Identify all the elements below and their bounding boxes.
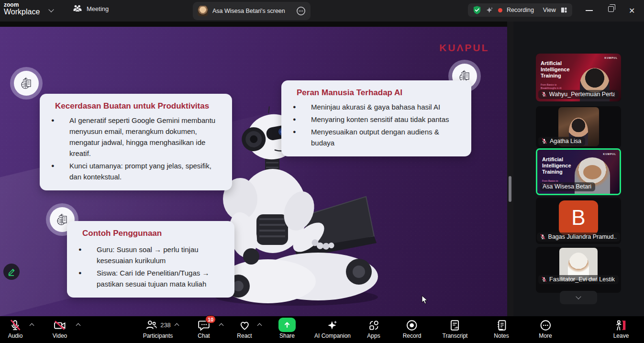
pencil-icon <box>7 267 16 277</box>
participant-initial-avatar: B <box>559 200 598 235</box>
annotate-button[interactable] <box>3 264 20 280</box>
zoom-workplace-logo: zoom Workplace <box>4 2 40 16</box>
transcript-label: Transcript <box>443 332 468 339</box>
slide-bullet: Guru: Susun soal → perlu tinjau kesesuai… <box>76 244 226 266</box>
participants-button[interactable]: 238 Participants <box>143 319 173 339</box>
view-layout-icon[interactable] <box>560 6 567 14</box>
more-ellipsis-icon <box>539 319 552 332</box>
ai-companion-icon <box>326 319 339 332</box>
tab-meeting[interactable]: Meeting <box>73 5 109 12</box>
share-button[interactable]: Share <box>278 319 296 339</box>
meeting-tab-label: Meeting <box>87 5 109 12</box>
close-window-button[interactable]: ✕ <box>629 6 635 15</box>
participant-tile[interactable]: B Bagas Juliandra Pramud... <box>536 198 621 244</box>
react-button[interactable]: React <box>237 319 252 339</box>
screen-sharer-avatar <box>198 6 208 16</box>
slide-bullet: Siswa: Cari Ide Penelitian/Tugas → pasti… <box>76 267 226 289</box>
tab-options-ellipsis-icon[interactable] <box>296 6 306 16</box>
tab-shared-screen[interactable]: Asa Wisesa Betari's screen <box>193 2 311 20</box>
share-label: Share <box>279 332 295 339</box>
video-off-icon <box>53 319 67 332</box>
more-label: More <box>539 332 552 339</box>
slide-scrollbar-track[interactable] <box>507 22 513 316</box>
participant-name: Asa Wisesa Betari <box>543 183 591 190</box>
chat-button[interactable]: 10 Chat <box>198 319 210 339</box>
participant-name-tag: Fasilitator_Evi dwi Lestik... <box>538 275 619 284</box>
participant-name-tag: Agatha Lisa <box>538 137 585 146</box>
more-button[interactable]: More <box>539 319 552 339</box>
participant-tile[interactable]: KUMPUL Artificial Intelligence Training … <box>536 54 621 101</box>
virtual-bg-title: Artificial Intelligence Training <box>542 156 579 175</box>
meeting-toolbar: Audio Video 238 Participants 10 Chat <box>0 316 644 343</box>
react-options-caret[interactable] <box>257 323 262 328</box>
slide-bullet: Menyesuaikan output dengan audiens & bud… <box>290 126 463 148</box>
slide-bullet: Menyaring konten sensitif atau tidak pan… <box>290 114 463 125</box>
slide-box-title: Contoh Penggunaan <box>76 229 226 238</box>
zoom-app-window: zoom Workplace Meeting Asa Wisesa Betari… <box>0 0 644 343</box>
title-bar: zoom Workplace Meeting Asa Wisesa Betari… <box>0 0 644 22</box>
share-screen-icon <box>278 318 296 332</box>
participant-name: Wahyu_Pertemuan Perta... <box>549 91 615 98</box>
audio-options-caret[interactable] <box>30 323 34 328</box>
participant-name-tag: Wahyu_Pertemuan Perta... <box>538 90 619 99</box>
slide-box-title: Peran Manusia Terhadap AI <box>290 88 463 98</box>
heart-icon <box>238 319 251 332</box>
virtual-bg-subtitle: From Basics to Breakthroughs in AI <box>541 83 571 90</box>
video-button[interactable]: Video <box>53 319 67 339</box>
participants-icon <box>145 319 157 332</box>
apps-icon <box>367 319 380 332</box>
notes-button[interactable]: Notes <box>494 319 509 339</box>
notes-label: Notes <box>494 332 509 339</box>
chat-unread-badge: 10 <box>205 315 216 323</box>
slide-bullet: Kunci utamanya: prompt yang jelas, spesi… <box>48 160 223 182</box>
chat-options-caret[interactable] <box>219 323 224 328</box>
minimize-button[interactable] <box>586 10 593 11</box>
transcript-icon <box>449 319 461 332</box>
participant-tile-active-speaker[interactable]: KUMPUL Artificial Intelligence Training … <box>536 148 621 195</box>
recording-dot-icon <box>498 8 502 12</box>
apps-button[interactable]: Apps <box>367 319 380 339</box>
participants-options-caret[interactable] <box>175 323 179 328</box>
participant-name: Fasilitator_Evi dwi Lestik... <box>549 276 615 283</box>
muted-mic-icon <box>541 138 547 144</box>
participant-name: Agatha Lisa <box>550 138 581 144</box>
workspace-dropdown-icon[interactable] <box>48 7 54 12</box>
participant-tile[interactable]: Fasilitator_Evi dwi Lestik... <box>536 247 621 293</box>
participants-label: Participants <box>143 332 173 339</box>
participant-tile[interactable]: Agatha Lisa <box>536 106 621 148</box>
audio-button[interactable]: Audio <box>8 319 23 339</box>
video-label: Video <box>53 332 67 339</box>
record-icon <box>406 319 418 332</box>
mouse-cursor <box>422 295 428 305</box>
transcript-button[interactable]: Transcript <box>443 319 468 339</box>
ai-companion-button[interactable]: AI Companion <box>314 319 351 339</box>
slide-scrollbar-thumb[interactable] <box>509 176 511 202</box>
virtual-bg-title: Artificial Intelligence Training <box>541 60 578 79</box>
record-button[interactable]: Record <box>403 319 422 339</box>
scroll-participants-down-button[interactable] <box>560 291 597 304</box>
notes-icon <box>495 319 508 332</box>
view-button-label[interactable]: View <box>543 7 556 13</box>
slide-box-examples: Contoh Penggunaan Guru: Susun soal → per… <box>67 221 234 298</box>
kumpul-mini-logo: KUMPUL <box>605 56 618 59</box>
participant-name: Bagas Juliandra Pramud... <box>548 233 616 240</box>
people-group-icon <box>73 5 82 12</box>
leave-button[interactable]: Leave <box>613 319 629 339</box>
slide-box-productivity: Kecerdasan Buatan untuk Produktivitas AI… <box>40 94 232 190</box>
video-options-caret[interactable] <box>76 323 81 328</box>
city-globe-icon <box>10 67 43 100</box>
leave-meeting-icon <box>614 319 628 332</box>
muted-mic-icon <box>541 91 547 98</box>
slide-bullet: Meninjau akurasi & gaya bahasa hasil AI <box>290 101 463 112</box>
ai-companion-status-icon[interactable] <box>486 6 494 14</box>
chevron-down-icon <box>576 294 581 299</box>
recording-label: Recording <box>507 7 534 13</box>
kumpul-mini-logo: KUMPUL <box>603 153 616 155</box>
participants-count: 238 <box>160 321 171 329</box>
zoom-logo-text: zoom <box>4 2 40 8</box>
security-shield-icon[interactable] <box>473 5 481 15</box>
restore-window-button[interactable] <box>608 6 614 12</box>
audio-label: Audio <box>8 332 23 339</box>
participant-face <box>583 165 601 179</box>
kumpul-slide-logo: KUΛPUL <box>439 42 489 54</box>
